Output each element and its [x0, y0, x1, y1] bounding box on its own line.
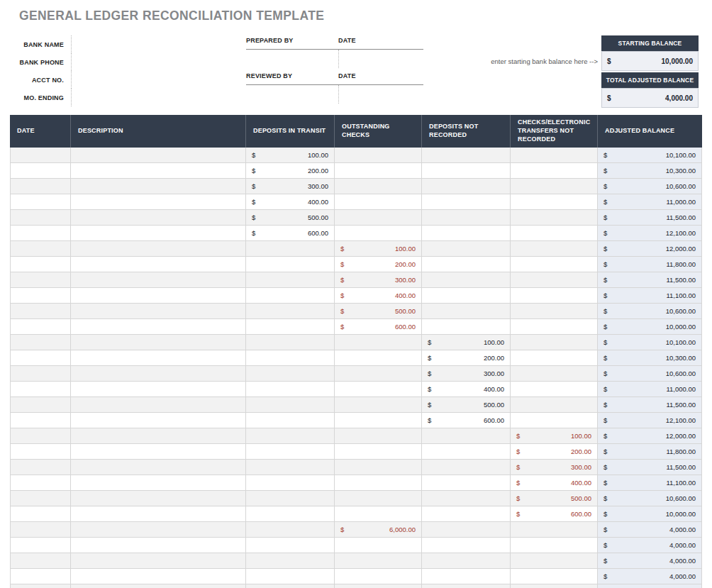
starting-balance-value-cell[interactable]: $ 10,000.00: [601, 51, 699, 71]
cell-deposits-not-recorded[interactable]: [422, 538, 511, 553]
cell-outstanding-checks[interactable]: [335, 444, 422, 460]
cell-date[interactable]: [10, 288, 71, 304]
cell-description[interactable]: [71, 460, 246, 475]
cell-adjusted-balance[interactable]: $11,000.00: [598, 194, 702, 210]
cell-deposits-in-transit[interactable]: [246, 413, 335, 428]
cell-deposits-not-recorded[interactable]: [422, 553, 511, 569]
cell-deposits-not-recorded[interactable]: [422, 444, 511, 460]
cell-description[interactable]: [71, 319, 246, 335]
cell-deposits-not-recorded[interactable]: [422, 569, 511, 584]
cell-description[interactable]: [71, 475, 246, 491]
cell-date[interactable]: [10, 335, 71, 350]
cell-deposits-not-recorded[interactable]: [422, 319, 511, 335]
cell-date[interactable]: [10, 382, 71, 397]
cell-deposits-in-transit[interactable]: [246, 257, 335, 272]
cell-date[interactable]: [10, 148, 71, 163]
cell-outstanding-checks[interactable]: $6,000.00: [335, 522, 422, 538]
cell-date[interactable]: [10, 304, 71, 319]
cell-adjusted-balance[interactable]: $12,100.00: [598, 226, 702, 241]
cell-checks-electronic-transfers-not-recorded[interactable]: $600.00: [511, 506, 598, 522]
cell-adjusted-balance[interactable]: $12,000.00: [598, 241, 702, 257]
cell-outstanding-checks[interactable]: [335, 335, 422, 350]
cell-description[interactable]: [71, 413, 246, 428]
bank-form-input[interactable]: [71, 53, 242, 71]
cell-outstanding-checks[interactable]: [335, 428, 422, 444]
cell-outstanding-checks[interactable]: [335, 210, 422, 226]
cell-date[interactable]: [10, 272, 71, 288]
cell-outstanding-checks[interactable]: [335, 491, 422, 506]
cell-date[interactable]: [10, 428, 71, 444]
cell-deposits-in-transit[interactable]: [246, 506, 335, 522]
cell-date[interactable]: [10, 491, 71, 506]
cell-date[interactable]: [10, 194, 71, 210]
cell-adjusted-balance[interactable]: $10,600.00: [598, 304, 702, 319]
cell-adjusted-balance[interactable]: $10,100.00: [598, 335, 702, 350]
cell-adjusted-balance[interactable]: $10,000.00: [598, 319, 702, 335]
cell-outstanding-checks[interactable]: [335, 413, 422, 428]
cell-deposits-in-transit[interactable]: [246, 428, 335, 444]
cell-deposits-in-transit[interactable]: [246, 304, 335, 319]
cell-outstanding-checks[interactable]: [335, 553, 422, 569]
reviewed-by-input[interactable]: [246, 85, 338, 104]
cell-deposits-in-transit[interactable]: $200.00: [246, 163, 335, 179]
cell-deposits-not-recorded[interactable]: [422, 506, 511, 522]
cell-adjusted-balance[interactable]: $10,600.00: [598, 491, 702, 506]
cell-adjusted-balance[interactable]: $4,000.00: [598, 553, 702, 569]
cell-adjusted-balance[interactable]: $12,100.00: [598, 413, 702, 428]
cell-date[interactable]: [10, 553, 71, 569]
cell-description[interactable]: [71, 366, 246, 382]
cell-outstanding-checks[interactable]: $400.00: [335, 288, 422, 304]
cell-description[interactable]: [71, 444, 246, 460]
cell-deposits-in-transit[interactable]: [246, 335, 335, 350]
cell-date[interactable]: [10, 444, 71, 460]
cell-outstanding-checks[interactable]: $100.00: [335, 241, 422, 257]
cell-deposits-not-recorded[interactable]: [422, 584, 511, 588]
cell-outstanding-checks[interactable]: [335, 506, 422, 522]
cell-deposits-not-recorded[interactable]: [422, 226, 511, 241]
cell-description[interactable]: [71, 194, 246, 210]
cell-deposits-in-transit[interactable]: [246, 491, 335, 506]
cell-deposits-in-transit[interactable]: [246, 366, 335, 382]
cell-deposits-not-recorded[interactable]: [422, 475, 511, 491]
cell-outstanding-checks[interactable]: [335, 366, 422, 382]
cell-deposits-not-recorded[interactable]: [422, 491, 511, 506]
cell-checks-electronic-transfers-not-recorded[interactable]: [511, 319, 598, 335]
cell-outstanding-checks[interactable]: $500.00: [335, 304, 422, 319]
cell-description[interactable]: [71, 179, 246, 194]
cell-date[interactable]: [10, 569, 71, 584]
cell-adjusted-balance[interactable]: $12,000.00: [598, 428, 702, 444]
cell-deposits-in-transit[interactable]: [246, 475, 335, 491]
cell-checks-electronic-transfers-not-recorded[interactable]: [511, 366, 598, 382]
cell-deposits-in-transit[interactable]: [246, 522, 335, 538]
cell-deposits-in-transit[interactable]: [246, 444, 335, 460]
cell-checks-electronic-transfers-not-recorded[interactable]: [511, 553, 598, 569]
cell-deposits-in-transit[interactable]: [246, 584, 335, 588]
cell-outstanding-checks[interactable]: [335, 382, 422, 397]
cell-description[interactable]: [71, 335, 246, 350]
cell-checks-electronic-transfers-not-recorded[interactable]: [511, 226, 598, 241]
cell-outstanding-checks[interactable]: [335, 460, 422, 475]
cell-outstanding-checks[interactable]: [335, 194, 422, 210]
prepared-date-input[interactable]: [338, 50, 423, 68]
cell-outstanding-checks[interactable]: [335, 350, 422, 366]
cell-deposits-not-recorded[interactable]: [422, 428, 511, 444]
cell-checks-electronic-transfers-not-recorded[interactable]: [511, 288, 598, 304]
cell-description[interactable]: [71, 210, 246, 226]
cell-outstanding-checks[interactable]: $600.00: [335, 319, 422, 335]
cell-deposits-not-recorded[interactable]: $300.00: [422, 366, 511, 382]
cell-adjusted-balance[interactable]: $11,500.00: [598, 460, 702, 475]
reviewed-date-input[interactable]: [338, 85, 423, 104]
cell-date[interactable]: [10, 522, 71, 538]
cell-checks-electronic-transfers-not-recorded[interactable]: [511, 304, 598, 319]
cell-adjusted-balance[interactable]: $10,600.00: [598, 179, 702, 194]
cell-adjusted-balance[interactable]: $11,100.00: [598, 288, 702, 304]
cell-adjusted-balance[interactable]: $11,800.00: [598, 257, 702, 272]
cell-deposits-in-transit[interactable]: [246, 350, 335, 366]
cell-deposits-in-transit[interactable]: $400.00: [246, 194, 335, 210]
cell-checks-electronic-transfers-not-recorded[interactable]: $200.00: [511, 444, 598, 460]
cell-adjusted-balance[interactable]: [598, 584, 702, 588]
cell-deposits-not-recorded[interactable]: [422, 148, 511, 163]
cell-deposits-not-recorded[interactable]: $200.00: [422, 350, 511, 366]
cell-description[interactable]: [71, 522, 246, 538]
cell-description[interactable]: [71, 584, 246, 588]
